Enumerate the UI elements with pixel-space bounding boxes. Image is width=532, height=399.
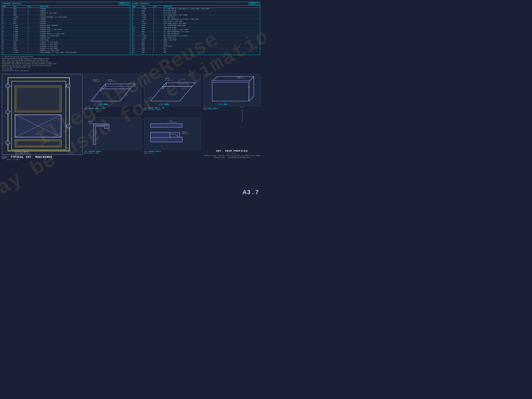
table-row: F36485CASEMENT <box>2 18 130 20</box>
trim-profiles-title: INT. TRIM PROFILES <box>203 150 260 152</box>
svg-text:MCC475: MCC475 <box>89 121 93 123</box>
table-row: O2-30601CASEMENT, w/ 2-3016 TRANS. <box>2 35 130 37</box>
col-desc: DESCRIPTION <box>163 6 260 8</box>
table-row: 62-26801EXT. WOOD DECORATIVE (1/2 GLASS)… <box>132 18 260 20</box>
casing-assembly-1: MCC475 1-3/8x4-3/4 D CASING ASBLY. <box>84 117 141 159</box>
door-schedule-box: DOOR SCHEDULE SYMBOL 1 MARK SIZE QUAN. D… <box>132 2 260 55</box>
window-schedule-box: WINDOW SCHEDULE SYMBOL A MARK SIZE QUAN.… <box>2 2 130 55</box>
note-line: VERIFY WINDOW MODEL NUMBERS AND SIZES WI… <box>2 62 260 63</box>
table-row: 2030808INT. <box>132 47 260 49</box>
svg-rect-47 <box>150 137 182 142</box>
table-row: H30401CASEMENT <box>2 22 130 25</box>
page-number: A3.7 <box>243 189 259 196</box>
table-row: 152-26802PATIO SWING PAIR <box>132 37 260 39</box>
crown2-drawing: MCR750 1-1/8x7-1/2 1 PC. CROWN <box>144 74 201 106</box>
svg-rect-48 <box>150 132 170 137</box>
mouldings-drawing: A B C D E TRU-STILE TS- <box>2 74 83 155</box>
casing1-drawing: MCC475 1-3/8x4-3/4 <box>84 117 141 150</box>
svg-text:7/8x1-3/4: 7/8x1-3/4 <box>93 81 100 82</box>
table-row: S26604CASEMENT, w/ 2616 TRANS. <box>2 43 130 45</box>
table-row: 1630801INSUL. FIRE RATED <box>132 39 260 41</box>
svg-text:2 PC. CROWN: 2 PC. CROWN <box>98 103 108 105</box>
svg-text:5/8x1-3/4: 5/8x1-3/4 <box>237 78 243 79</box>
table-row: G26509CASEMENT <box>2 20 130 22</box>
table-row: 52-26801EXT. PAIR INSUL.* <box>132 16 260 18</box>
table-row: 1330801EXT. WOOD DECORATIVE * <box>132 33 260 35</box>
note-line: CONSTRUCTION. THE WINDOWS ON THIS SCHEDU… <box>2 63 260 65</box>
table-row: B26608CASEMENT <box>2 10 130 12</box>
table-row: 82-26701PATIO SWING PAIR w/ 5020 TRANS. <box>132 22 260 25</box>
table-row: 42-30802PATIO SWING PAIR w/ 6020 *TRANS. <box>132 14 260 16</box>
note-line: VERIFY LOCAL CODE EGRESS WINDOW REQUIREM… <box>2 60 260 62</box>
table-row: 1830801INSUL. <box>132 43 260 45</box>
crown1-title: CROWN ASBLY. #1 <box>89 108 105 109</box>
door-svg: A B C D E TRU-STILE TS- <box>2 74 82 154</box>
door-schedule-header: DOOR SCHEDULE SYMBOL 1 <box>132 2 260 6</box>
window-schedule-table: MARK SIZE QUAN. DESCRIPTION A30605CASEME… <box>2 6 130 53</box>
casing2-label: E CASING ASBLY. (SILL) <box>144 151 201 154</box>
col-mark: MARK <box>2 6 13 8</box>
base-drawing: MCAP34 5/8x1-3/4 1x6 2 PC. BASE <box>203 74 260 106</box>
casing2-svg: LS6 1-1/8x4-3/16 OGC175 5/8x1-3/4 1x4 <box>144 118 201 149</box>
table-row: U26601CASEMENT, w/ 2620 TRANS. <box>2 47 130 49</box>
trim-profiles-subtitle: (PROFILES SHOWN: FROM THE "METRO COLLECT… <box>203 155 260 159</box>
table-row: 9100802EXT. CONTEMPORARY GARAGE DOOR <box>132 25 260 26</box>
casing-assembly-2: LS6 1-1/8x4-3/16 OGC175 5/8x1-3/4 1x4 <box>144 117 201 159</box>
window-schedule-symbol: SYMBOL A <box>119 3 129 5</box>
table-row: 1728801INSUL. <box>132 41 260 43</box>
crown1-drawing: MSC175 7/8x1-3/4 MCR750 1-1/8x7-1/2 <box>84 74 141 106</box>
window-notes: ALL WINDOWS ARE INSULATED AND WEATHERSTR… <box>2 56 260 72</box>
crown2-title: CROWN ASBLY. #2 <box>148 107 165 109</box>
base-svg: MCAP34 5/8x1-3/4 1x6 2 PC. BASE <box>204 74 260 106</box>
svg-text:1-1/8x7-1/2: 1-1/8x7-1/2 <box>108 81 116 82</box>
casing1-label: D CASING ASBLY. (HEAD & JAMB) <box>84 151 141 154</box>
svg-text:DOOR w/LINEA MOULDING &: DOOR w/LINEA MOULDING & <box>15 152 30 153</box>
mouldings-title: TYPICAL INT. MOULDINGS <box>11 156 52 159</box>
table-row: R30601CASEMENT, w/ 3016 TRANS. <box>2 41 130 43</box>
door-schedule-title: DOOR SCHEDULE <box>134 3 149 5</box>
door-schedule-symbol: SYMBOL 1 <box>249 3 259 5</box>
svg-text:2 PC. BASE: 2 PC. BASE <box>218 103 227 105</box>
crown1-symbol: A <box>84 107 88 110</box>
svg-text:TRU-STILE TS-2080 INT.: TRU-STILE TS-2080 INT. <box>15 151 29 152</box>
casing1-title: CASING ASBLY. <box>89 151 102 152</box>
col-desc: DESCRIPTION <box>39 6 130 8</box>
svg-text:1-1/8x7-1/2: 1-1/8x7-1/2 <box>165 79 173 81</box>
note-line: SEE ELEVATIONS FOR MUNTIN CONFIGURATION <box>2 70 260 72</box>
table-row: 2224803INT. <box>132 51 260 53</box>
svg-text:MSC175: MSC175 <box>93 79 98 81</box>
col-size: SIZE <box>13 6 27 8</box>
note-line: ALL WINDOWS ARE INSULATED AND WEATHERSTR… <box>2 56 260 58</box>
col-quan: QUAN. <box>27 6 39 8</box>
crown2-svg: MCR750 1-1/8x7-1/2 1 PC. CROWN <box>144 74 201 106</box>
bottom-row: A B C D E TRU-STILE TS- <box>2 74 260 200</box>
trim-profiles-info: INT. TRIM PROFILES 3" = 1'-0" (PROFILES … <box>203 117 260 159</box>
crown-assembly-2: MCR750 1-1/8x7-1/2 1 PC. CROWN B <box>144 74 201 115</box>
svg-text:A: A <box>7 85 8 87</box>
note-line: *SEE ELEVATIONS <box>2 69 260 70</box>
col-quan: QUAN. <box>153 6 163 8</box>
col-size: SIZE <box>141 6 153 8</box>
svg-line-23 <box>9 142 12 144</box>
table-row: D30503CASEMENT <box>2 14 130 16</box>
table-row: J2-30561CASEMENT PAIR (TEMPERED) <box>2 25 130 26</box>
svg-text:E: E <box>7 142 8 144</box>
note-line: WINDOW MANUFACTURER TO PROVIDE TEMPERED … <box>2 58 260 60</box>
base-symbol: C <box>203 107 206 110</box>
table-row: A30605CASEMENT <box>2 8 130 10</box>
crown1-label: A CROWN ASBLY. #1 <box>84 107 141 110</box>
note-line: CONTRACTOR AND SUPPLIER SHALL VERIFY FIN… <box>2 65 260 67</box>
table-row: 2126808INT. <box>132 49 260 51</box>
svg-text:MCAP34: MCAP34 <box>237 76 241 77</box>
casing2-symbol: E <box>144 151 147 154</box>
table-row: K2-245010CASEMENT PAIR <box>2 26 130 29</box>
svg-rect-2 <box>15 86 61 112</box>
table-row: P2-30603CASEMENT PAIR <box>2 37 130 39</box>
main-content: WINDOW SCHEDULE SYMBOL A MARK SIZE QUAN.… <box>2 2 260 198</box>
table-row: 730681PATIO SWING w/ 3016 TRANS. <box>132 20 260 22</box>
svg-text:1-1/8x4-3/16: 1-1/8x4-3/16 <box>167 122 176 123</box>
note-line: VERIFY ALL DOOR AND WINDOW TRANSOMS ALIG… <box>2 67 260 69</box>
table-row: 1160801PATIO DUAL SLIDER, w/ 4020 TRANS. <box>132 29 260 31</box>
table-row: M2-30601CASEMENT PAIR <box>2 31 130 33</box>
svg-text:MCR750: MCR750 <box>165 78 170 79</box>
